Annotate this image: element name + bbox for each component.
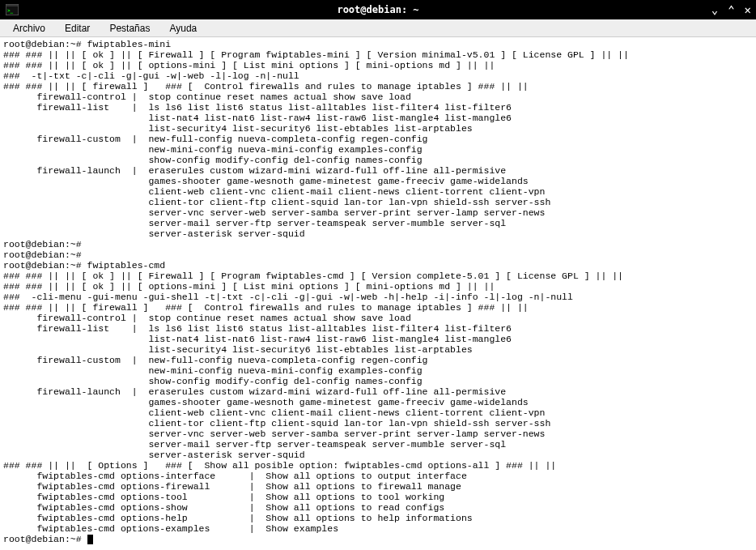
output-line: ### -t|-txt -c|-cli -g|-gui -w|-web -l|-…	[3, 70, 299, 81]
menu-ayuda[interactable]: Ayuda	[161, 21, 205, 36]
close-button[interactable]: ✕	[745, 3, 751, 16]
terminal-icon: >_	[5, 2, 19, 17]
output-line: firewall-control | stop continue reset n…	[3, 313, 411, 323]
output-line: ### ### || || [ ok ] || [ options-mini ]…	[3, 60, 495, 70]
output-line: list-nat4 list-nat6 list-raw4 list-raw6 …	[3, 113, 512, 123]
output-line: games-shooter game-wesnoth game-minetest…	[3, 176, 529, 186]
output-line: client-tor client-ftp client-squid lan-t…	[3, 418, 550, 428]
prompt: root@debian:~#	[3, 239, 82, 249]
output-line: ### ### || || [ Options ] ### [ Show all…	[3, 460, 556, 471]
output-line: ### ### || || [ firewall ] ### [ Control…	[3, 302, 529, 313]
output-line: firewall-list | ls ls6 list list6 status…	[3, 102, 512, 113]
output-line: firewall-launch | eraserules custom wiza…	[3, 386, 506, 397]
output-line: client-tor client-ftp client-squid lan-t…	[3, 197, 550, 207]
output-line: games-shooter game-wesnoth game-minetest…	[3, 397, 529, 407]
window-title: root@debian: ~	[337, 4, 418, 15]
output-line: fwiptables-cmd options-show | Show all o…	[3, 502, 444, 513]
output-line: ### ### || || [ ok ] || [ Firewall ] [ P…	[3, 271, 623, 281]
output-line: fwiptables-cmd options-help | Show all o…	[3, 513, 473, 523]
output-line: show-config modify-config del-config nam…	[3, 376, 423, 386]
prompt: root@debian:~#	[3, 534, 87, 544]
command-text: fwiptables-cmd	[87, 260, 166, 271]
output-line: server-vnc server-web server-samba serve…	[3, 207, 545, 218]
output-line: list-nat4 list-nat6 list-raw4 list-raw6 …	[3, 334, 512, 344]
output-line: list-security4 list-security6 list-ebtab…	[3, 344, 473, 355]
output-line: ### ### || || [ ok ] || [ Firewall ] [ P…	[3, 49, 629, 60]
menu-pestanas[interactable]: Pestañas	[101, 21, 158, 36]
window-titlebar: >_ root@debian: ~ ⌄ ⌃ ✕	[0, 0, 756, 19]
prompt: root@debian:~#	[3, 249, 82, 260]
output-line: server-mail server-ftp server-teamspeak …	[3, 439, 506, 450]
command-text: fwiptables-mini	[87, 39, 172, 49]
output-line: server-asterisk server-squid	[3, 450, 305, 460]
output-line: fwiptables-cmd options-firewall | Show a…	[3, 481, 461, 492]
output-line: server-asterisk server-squid	[3, 228, 305, 239]
output-line: firewall-control | stop continue reset n…	[3, 92, 411, 102]
maximize-button[interactable]: ⌃	[728, 3, 734, 16]
menu-editar[interactable]: Editar	[57, 21, 98, 36]
output-line: client-web client-vnc client-mail client…	[3, 407, 545, 418]
output-line: new-mini-config nueva-mini-config exampl…	[3, 144, 423, 155]
prompt: root@debian:~#	[3, 260, 87, 271]
output-line: firewall-list | ls ls6 list list6 status…	[3, 323, 512, 334]
output-line: fwiptables-cmd options-interface | Show …	[3, 471, 467, 481]
output-line: firewall-launch | eraserules custom wiza…	[3, 165, 506, 176]
output-line: server-vnc server-web server-samba serve…	[3, 428, 545, 439]
minimize-button[interactable]: ⌄	[711, 3, 718, 16]
output-line: fwiptables-cmd options-examples | Show e…	[3, 523, 338, 534]
output-line: show-config modify-config del-config nam…	[3, 155, 423, 165]
output-line: ### ### || || [ ok ] || [ options-mini ]…	[3, 281, 495, 292]
output-line: ### ### || || [ firewall ] ### [ Control…	[3, 81, 529, 92]
prompt: root@debian:~#	[3, 39, 87, 49]
output-line: ### -cli-menu -gui-menu -gui-shell -t|-t…	[3, 292, 573, 302]
output-line: client-web client-vnc client-mail client…	[3, 186, 545, 197]
output-line: new-mini-config nueva-mini-config exampl…	[3, 365, 423, 376]
menubar: Archivo Editar Pestañas Ayuda	[0, 19, 756, 37]
output-line: fwiptables-cmd options-tool | Show all o…	[3, 492, 444, 502]
output-line: server-mail server-ftp server-teamspeak …	[3, 218, 506, 228]
svg-text:>_: >_	[7, 7, 14, 14]
menu-archivo[interactable]: Archivo	[5, 21, 53, 36]
output-line: list-security4 list-security6 list-ebtab…	[3, 123, 473, 134]
output-line: firewall-custom | new-full-config nueva-…	[3, 355, 428, 365]
cursor	[87, 535, 93, 544]
terminal-content[interactable]: root@debian:~# fwiptables-mini ### ### |…	[0, 37, 756, 546]
output-line: firewall-custom | new-full-config nueva-…	[3, 134, 428, 144]
